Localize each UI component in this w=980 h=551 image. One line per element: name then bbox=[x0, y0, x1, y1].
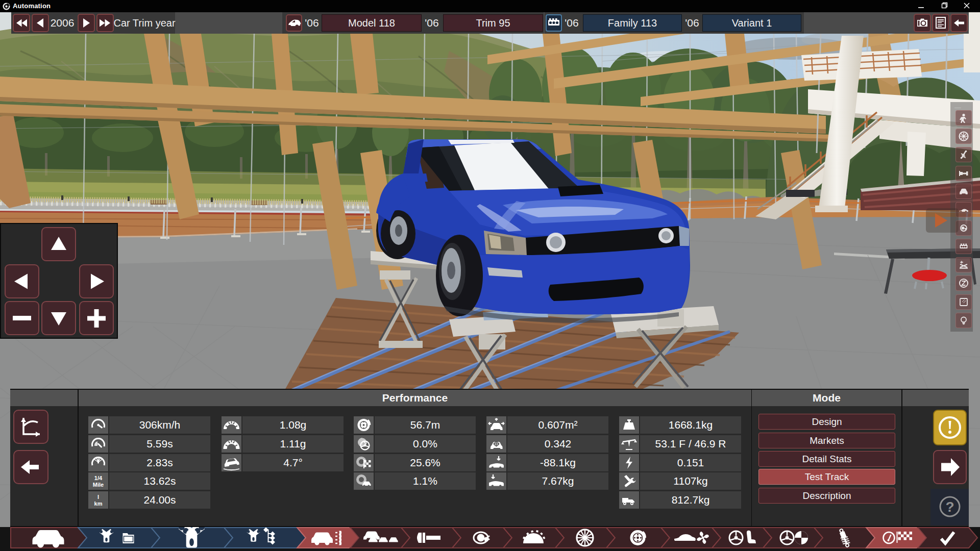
svg-text:l: l bbox=[97, 494, 99, 500]
svg-text:km: km bbox=[94, 500, 103, 507]
svg-text:Mile: Mile bbox=[93, 482, 104, 488]
svg-text:1/4: 1/4 bbox=[94, 475, 103, 481]
svg-text:?: ? bbox=[945, 499, 954, 515]
